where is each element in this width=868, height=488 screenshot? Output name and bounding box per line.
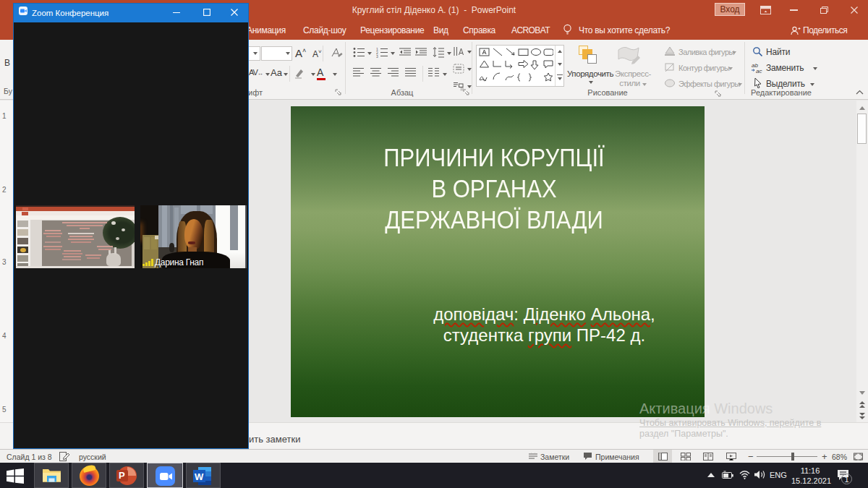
svg-text:ac: ac — [756, 68, 762, 74]
svg-text:3: 3 — [376, 54, 378, 59]
